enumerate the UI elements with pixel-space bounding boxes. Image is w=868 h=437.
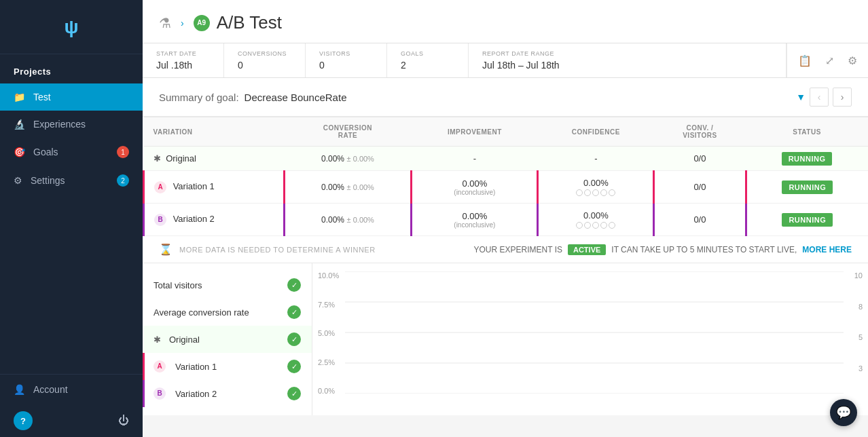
confidence-value: 0.00% xyxy=(548,178,643,188)
goal-summary-label: Summary of goal: xyxy=(159,92,239,103)
chart-svg xyxy=(345,271,844,394)
conv-visitors-a: 0/0 xyxy=(654,171,746,204)
variation-label: Original xyxy=(166,153,196,164)
conv-rate-original: 0.00% ± 0.00% xyxy=(284,147,412,171)
improvement-b: 0.00% (inconclusive) xyxy=(412,204,538,236)
winner-banner: ⌛ MORE DATA IS NEEDED TO DETERMINE A WIN… xyxy=(143,236,868,263)
legend-item-avg-conversion[interactable]: Average conversion rate ✓ xyxy=(143,299,312,326)
sidebar: ψ Projects 📁 Test 🔬 Experiences 🎯 Goals … xyxy=(0,0,143,437)
chart-section: Total visitors ✓ Average conversion rate… xyxy=(143,263,868,415)
col-conv-visitors: CONV. /VISITORS xyxy=(654,117,746,147)
visitors-label: VISITORS xyxy=(319,50,373,57)
star-dot xyxy=(576,222,583,229)
copy-button[interactable]: 📋 xyxy=(795,52,814,70)
goal-prev-button[interactable]: ‹ xyxy=(810,88,829,107)
col-confidence: CONFIDENCE xyxy=(538,117,654,147)
stat-visitors: VISITORS 0 xyxy=(306,43,387,77)
page-title: A/B Test xyxy=(217,12,282,33)
settings-icon: ⚙ xyxy=(14,175,22,186)
legend-item-variation-a[interactable]: A Variation 1 ✓ xyxy=(143,353,312,380)
goal-summary: Summary of goal: Decrease BounceRate ▼ ‹… xyxy=(143,78,868,117)
status-b: RUNNING xyxy=(746,204,868,236)
flask-icon: ⚗ xyxy=(159,15,171,31)
star-dot xyxy=(576,189,583,196)
inconclusive-label: (inconclusive) xyxy=(422,221,527,229)
inconclusive-label: (inconclusive) xyxy=(422,189,527,196)
goal-nav: ▼ ‹ › xyxy=(796,88,852,107)
confidence-b: 0.00% xyxy=(538,204,654,236)
logo-icon: ψ xyxy=(64,16,78,38)
stat-start-date: START DATE Jul .18th xyxy=(143,43,224,77)
conv-margin-value: ± 0.00% xyxy=(347,216,374,224)
goals-badge: 1 xyxy=(117,146,129,158)
sidebar-item-experiences[interactable]: 🔬 Experiences xyxy=(0,111,143,138)
legend-label: Variation 1 xyxy=(175,362,282,372)
header-badge: A9 xyxy=(194,15,210,31)
more-here-link[interactable]: MORE HERE xyxy=(802,245,852,254)
share-button[interactable]: ⤢ xyxy=(822,52,837,70)
sidebar-item-settings[interactable]: ⚙ Settings 2 xyxy=(0,166,143,195)
y-label: 2.5% xyxy=(318,358,339,366)
star-dot xyxy=(592,189,599,196)
stat-report-range: REPORT DATE RANGE Jul 18th – Jul 18th xyxy=(469,43,786,77)
sidebar-bottom: 👤 Account ? ⏻ xyxy=(0,374,143,437)
check-icon: ✓ xyxy=(287,360,301,373)
stars-container xyxy=(548,189,643,196)
legend-label: Original xyxy=(169,335,282,345)
star-dot xyxy=(609,189,615,196)
sidebar-item-label: Settings xyxy=(31,175,65,186)
experiment-label: YOUR EXPERIMENT IS xyxy=(474,245,562,254)
settings-button[interactable]: ⚙ xyxy=(845,52,860,70)
improvement-a: 0.00% (inconclusive) xyxy=(412,171,538,204)
sidebar-account[interactable]: 👤 Account xyxy=(0,375,143,404)
sidebar-item-label: Goals xyxy=(33,147,58,157)
active-badge: ACTIVE xyxy=(568,244,606,255)
chart-y-labels: 10.0% 7.5% 5.0% 2.5% 0.0% xyxy=(318,271,339,395)
legend-label: Average conversion rate xyxy=(153,307,282,318)
y-label: 0.0% xyxy=(318,387,339,395)
y-right-label: 8 xyxy=(854,303,863,311)
hourglass-icon: ⌛ xyxy=(159,243,173,256)
chart-y-right: 10 8 5 3 xyxy=(854,271,863,395)
page-header: ⚗ › A9 A/B Test xyxy=(143,0,868,43)
sidebar-item-test[interactable]: 📁 Test xyxy=(0,83,143,111)
variation-letter-b: B xyxy=(154,214,166,226)
power-button[interactable]: ⏻ xyxy=(118,415,129,427)
status-text: IT CAN TAKE UP TO 5 MINUTES TO START LIV… xyxy=(611,245,797,254)
chat-button[interactable]: 💬 xyxy=(830,399,857,426)
goal-next-button[interactable]: › xyxy=(833,88,852,107)
goals-icon: 🎯 xyxy=(14,147,25,157)
col-improvement: IMPROVEMENT xyxy=(412,117,538,147)
status-original: RUNNING xyxy=(746,147,868,171)
star-dot xyxy=(600,189,607,196)
variation-name-a: A Variation 1 xyxy=(144,171,285,204)
stat-goals: GOALS 2 xyxy=(387,43,469,77)
y-label: 10.0% xyxy=(318,271,339,280)
conv-rate-value: 0.00% xyxy=(321,154,344,164)
help-button[interactable]: ? xyxy=(14,411,33,430)
conv-margin-value: ± 0.00% xyxy=(347,155,374,163)
report-range-label: REPORT DATE RANGE xyxy=(482,50,772,57)
chart-area: 10.0% 7.5% 5.0% 2.5% 0.0% 10 8 5 3 xyxy=(312,263,868,415)
goal-dropdown-button[interactable]: ▼ xyxy=(796,92,806,102)
goal-summary-value: Decrease BounceRate xyxy=(245,92,347,103)
running-badge: RUNNING xyxy=(782,213,833,227)
settings-badge: 2 xyxy=(117,174,129,187)
conv-rate-a: 0.00% ± 0.00% xyxy=(284,171,412,204)
legend-item-original[interactable]: ✱ Original ✓ xyxy=(143,326,312,353)
variation-letter-a: A xyxy=(153,360,166,373)
table-row: ✱ Original 0.00% ± 0.00% - - 0/0 RUNNING xyxy=(144,147,869,171)
main-content: ⚗ › A9 A/B Test START DATE Jul .18th CON… xyxy=(143,0,868,437)
stars-container xyxy=(548,222,643,229)
visitors-value: 0 xyxy=(319,60,373,71)
legend-item-variation-b[interactable]: B Variation 2 ✓ xyxy=(143,380,312,407)
legend-item-total-visitors[interactable]: Total visitors ✓ xyxy=(143,271,312,299)
table-row: A Variation 1 0.00% ± 0.00% 0.00% (incon… xyxy=(144,171,869,204)
conv-rate-value: 0.00% xyxy=(321,215,344,225)
conv-visitors-b: 0/0 xyxy=(654,204,746,236)
check-icon: ✓ xyxy=(287,387,301,400)
star-dot xyxy=(609,222,615,229)
check-icon: ✓ xyxy=(287,305,301,319)
sidebar-item-goals[interactable]: 🎯 Goals 1 xyxy=(0,138,143,166)
conv-rate-value: 0.00% xyxy=(321,183,344,192)
